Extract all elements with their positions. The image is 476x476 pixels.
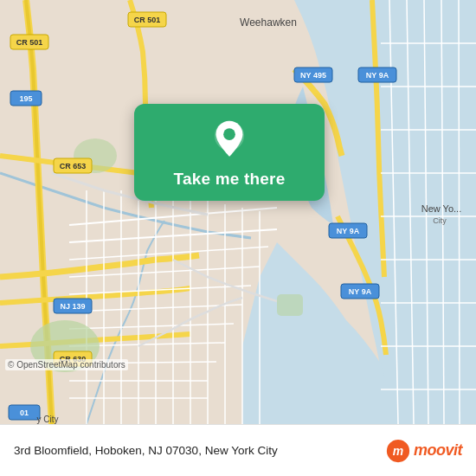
location-pin-icon [209, 119, 250, 161]
svg-text:City: City [433, 216, 447, 225]
svg-text:y City: y City [37, 415, 59, 424]
moovit-logo: m moovit [386, 439, 462, 463]
bottom-bar: 3rd Bloomfield, Hoboken, NJ 07030, New Y… [0, 424, 476, 476]
svg-text:NY 9A: NY 9A [366, 71, 389, 80]
svg-text:New Yo...: New Yo... [421, 203, 461, 214]
overlay-card: Take me there [134, 104, 325, 201]
address-text: 3rd Bloomfield, Hoboken, NJ 07030, New Y… [14, 444, 386, 457]
svg-text:CR 501: CR 501 [16, 38, 43, 47]
svg-text:CR 653: CR 653 [60, 162, 87, 170]
moovit-brand-label: moovit [414, 441, 462, 460]
svg-text:NY 9A: NY 9A [337, 227, 360, 235]
map-container: CR 501 195 CR 653 NJ 139 NY 495 NY 9A NY… [0, 0, 476, 424]
svg-text:Weehawken: Weehawken [240, 16, 297, 29]
copyright-text: © OpenStreetMap contributors [5, 359, 128, 370]
svg-text:m: m [393, 444, 403, 458]
svg-rect-39 [277, 294, 303, 316]
svg-text:NJ 139: NJ 139 [60, 302, 85, 311]
svg-point-67 [223, 128, 235, 140]
moovit-icon: m [386, 439, 410, 463]
svg-text:195: 195 [19, 94, 32, 103]
svg-text:CR 501: CR 501 [134, 16, 161, 24]
svg-text:01: 01 [20, 408, 29, 417]
take-me-there-button[interactable]: Take me there [174, 170, 286, 189]
svg-text:NY 495: NY 495 [300, 71, 326, 80]
svg-text:NY 9A: NY 9A [349, 287, 372, 296]
